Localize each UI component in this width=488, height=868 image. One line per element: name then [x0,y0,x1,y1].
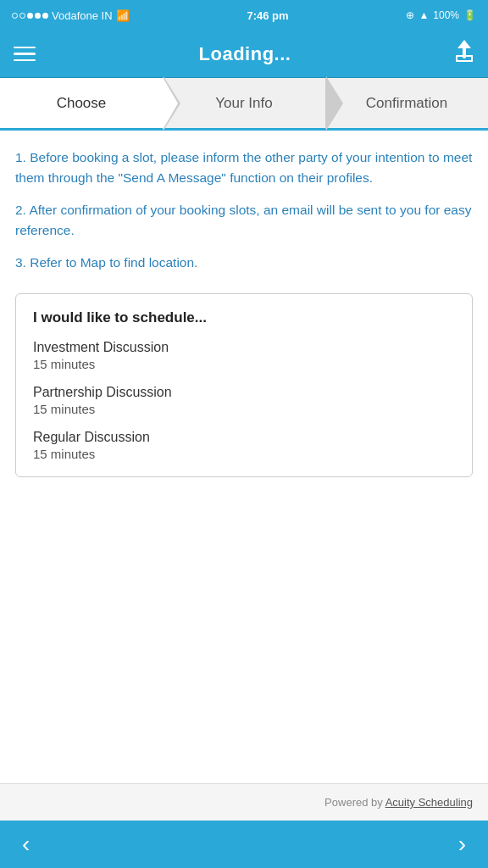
schedule-item-3[interactable]: Regular Discussion 15 minutes [33,430,455,461]
schedule-item-2-name: Partnership Discussion [33,385,455,400]
battery-icon: 🔋 [463,9,476,21]
menu-button[interactable] [14,47,36,62]
tab-confirmation[interactable]: Confirmation [325,78,488,128]
acuity-link[interactable]: Acuity Scheduling [385,796,473,809]
wifi-icon: 📶 [116,9,130,22]
schedule-item-2-duration: 15 minutes [33,402,455,416]
svg-rect-5 [456,60,473,62]
footer-text: Powered by [324,796,385,809]
share-button[interactable] [454,40,474,69]
progress-tabs: Choose Your Info Confirmation [0,78,488,131]
schedule-item-2[interactable]: Partnership Discussion 15 minutes [33,385,455,416]
back-button[interactable]: ‹ [22,831,30,858]
signal-dot-1 [12,13,18,19]
svg-rect-2 [456,55,473,57]
schedule-item-1-duration: 15 minutes [33,357,455,371]
svg-marker-1 [458,40,471,48]
carrier-label: Vodafone IN [52,9,113,22]
signal-dot-4 [35,13,41,19]
carrier-info: Vodafone IN 📶 [12,9,130,22]
menu-line-2 [14,53,36,55]
info-item-1: 1. Before booking a slot, please inform … [15,147,473,188]
main-content: 1. Before booking a slot, please inform … [0,131,488,783]
battery-label: 100% [433,9,459,21]
tab-confirmation-label: Confirmation [366,95,447,112]
page-title: Loading... [199,43,291,65]
menu-line-3 [14,59,36,62]
tab-your-info-label: Your Info [215,95,272,112]
nav-bar: Loading... [0,31,488,78]
signal-dot-3 [27,13,33,19]
info-item-2: 2. After confirmation of your booking sl… [15,200,473,241]
schedule-card-title: I would like to schedule... [33,309,455,326]
schedule-item-1[interactable]: Investment Discussion 15 minutes [33,340,455,371]
tab-choose[interactable]: Choose [0,78,163,128]
schedule-item-3-duration: 15 minutes [33,447,455,461]
info-item-3: 3. Refer to Map to find location. [15,253,473,273]
signal-dot-5 [42,13,48,19]
status-bar: Vodafone IN 📶 7:46 pm ⊕ ▲ 100% 🔋 [0,0,488,31]
forward-button[interactable]: › [458,831,466,858]
location-icon: ⊕ [406,9,414,21]
signal-dots [12,13,48,19]
schedule-item-3-name: Regular Discussion [33,430,455,445]
schedule-card: I would like to schedule... Investment D… [15,293,473,477]
status-time: 7:46 pm [247,9,288,22]
battery-info: ⊕ ▲ 100% 🔋 [406,9,476,21]
menu-line-1 [14,47,36,49]
bottom-nav: ‹ › [0,821,488,868]
tab-your-info[interactable]: Your Info [163,78,325,128]
signal-dot-2 [19,13,25,19]
gps-icon: ▲ [419,9,429,21]
schedule-item-1-name: Investment Discussion [33,340,455,355]
tab-choose-label: Choose [57,95,107,112]
footer: Powered by Acuity Scheduling [0,783,488,821]
